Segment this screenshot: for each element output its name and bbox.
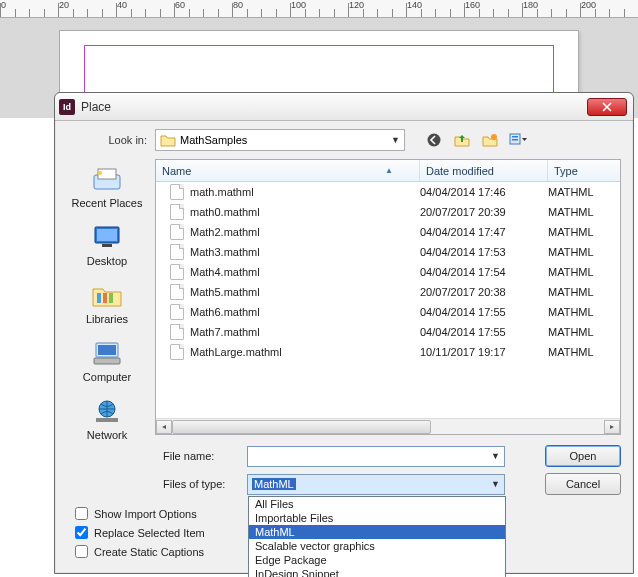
filetype-value: MathML — [252, 478, 296, 490]
back-icon — [426, 132, 442, 148]
file-icon — [170, 204, 184, 220]
file-row[interactable]: Math6.mathml04/04/2014 17:55MATHML — [156, 302, 620, 322]
filetype-option[interactable]: Scalable vector graphics — [249, 539, 505, 553]
file-row[interactable]: Math4.mathml04/04/2014 17:54MATHML — [156, 262, 620, 282]
file-type: MATHML — [548, 346, 614, 358]
checkbox-input[interactable] — [75, 545, 88, 558]
svg-rect-3 — [512, 136, 518, 138]
place-computer[interactable]: Computer — [83, 335, 131, 393]
ruler-label: 80 — [233, 0, 243, 10]
titlebar[interactable]: Id Place — [55, 93, 633, 121]
file-date: 04/04/2014 17:46 — [420, 186, 548, 198]
file-row[interactable]: Math2.mathml04/04/2014 17:47MATHML — [156, 222, 620, 242]
horizontal-scrollbar[interactable]: ◂ ▸ — [156, 418, 620, 434]
chevron-down-icon: ▼ — [391, 135, 400, 145]
file-icon — [170, 304, 184, 320]
place-libraries[interactable]: Libraries — [86, 277, 128, 335]
look-in-label: Look in: — [67, 134, 147, 146]
file-date: 04/04/2014 17:47 — [420, 226, 548, 238]
ruler-label: 20 — [59, 0, 69, 10]
sort-ascending-icon: ▲ — [385, 166, 413, 175]
checkbox-input[interactable] — [75, 526, 88, 539]
libraries-icon — [90, 281, 124, 311]
svg-rect-15 — [98, 345, 116, 355]
file-icon — [170, 324, 184, 340]
close-icon — [602, 102, 612, 112]
svg-rect-10 — [102, 244, 112, 247]
column-name[interactable]: Name▲ — [156, 160, 420, 181]
place-label: Desktop — [87, 255, 127, 267]
file-row[interactable]: math.mathml04/04/2014 17:46MATHML — [156, 182, 620, 202]
file-row[interactable]: Math7.mathml04/04/2014 17:55MATHML — [156, 322, 620, 342]
views-icon — [509, 132, 527, 148]
file-type: MATHML — [548, 226, 614, 238]
place-label: Computer — [83, 371, 131, 383]
ruler-label: 0 — [1, 0, 6, 10]
filetype-option[interactable]: InDesign Snippet — [249, 567, 505, 578]
filetype-combo[interactable]: MathML ▼ All FilesImportable FilesMathML… — [247, 474, 505, 495]
checkbox-input[interactable] — [75, 507, 88, 520]
file-type: MATHML — [548, 246, 614, 258]
checkbox-label: Create Static Captions — [94, 546, 204, 558]
file-row[interactable]: Math3.mathml04/04/2014 17:53MATHML — [156, 242, 620, 262]
column-headers[interactable]: Name▲ Date modified Type — [156, 160, 620, 182]
file-name: Math6.mathml — [190, 306, 420, 318]
file-row[interactable]: MathLarge.mathml10/11/2017 19:17MATHML — [156, 342, 620, 362]
chevron-down-icon: ▼ — [491, 451, 500, 461]
file-name: Math2.mathml — [190, 226, 420, 238]
look-in-combo[interactable]: MathSamples ▼ — [155, 129, 405, 151]
up-one-level-button[interactable] — [451, 129, 473, 151]
desktop-icon — [90, 223, 124, 253]
checkbox-label: Replace Selected Item — [94, 527, 205, 539]
filename-combo[interactable]: ▼ — [247, 446, 505, 467]
file-name: math0.mathml — [190, 206, 420, 218]
file-name: Math4.mathml — [190, 266, 420, 278]
new-folder-button[interactable] — [479, 129, 501, 151]
file-icon — [170, 284, 184, 300]
filetype-option[interactable]: MathML — [249, 525, 505, 539]
svg-rect-9 — [97, 229, 117, 241]
place-dialog: Id Place Look in: MathSamples ▼ — [54, 92, 634, 574]
filetype-option[interactable]: Importable Files — [249, 511, 505, 525]
file-list[interactable]: Name▲ Date modified Type math.mathml04/0… — [155, 159, 621, 435]
place-recent[interactable]: Recent Places — [72, 161, 143, 219]
close-button[interactable] — [587, 98, 627, 116]
file-row[interactable]: math0.mathml20/07/2017 20:39MATHML — [156, 202, 620, 222]
places-bar: Recent PlacesDesktopLibrariesComputerNet… — [67, 159, 147, 501]
network-icon — [90, 397, 124, 427]
up-folder-icon — [454, 132, 470, 148]
cancel-button[interactable]: Cancel — [545, 473, 621, 495]
dialog-title: Place — [81, 100, 587, 114]
file-type: MATHML — [548, 266, 614, 278]
back-button[interactable] — [423, 129, 445, 151]
svg-rect-4 — [512, 139, 518, 141]
scrollbar-thumb[interactable] — [172, 420, 431, 434]
file-type: MATHML — [548, 326, 614, 338]
filetype-label: Files of type: — [155, 478, 241, 490]
open-button[interactable]: Open — [545, 445, 621, 467]
file-date: 20/07/2017 20:38 — [420, 286, 548, 298]
file-date: 04/04/2014 17:55 — [420, 326, 548, 338]
column-date[interactable]: Date modified — [420, 160, 548, 181]
scroll-right-button[interactable]: ▸ — [604, 420, 620, 434]
ruler-label: 60 — [175, 0, 185, 10]
scroll-left-button[interactable]: ◂ — [156, 420, 172, 434]
views-menu-button[interactable] — [507, 129, 529, 151]
file-name: Math5.mathml — [190, 286, 420, 298]
file-date: 10/11/2017 19:17 — [420, 346, 548, 358]
filetype-option[interactable]: Edge Package — [249, 553, 505, 567]
file-icon — [170, 244, 184, 260]
svg-rect-13 — [109, 293, 113, 303]
app-icon: Id — [59, 99, 75, 115]
file-name: MathLarge.mathml — [190, 346, 420, 358]
place-network[interactable]: Network — [87, 393, 127, 451]
file-row[interactable]: Math5.mathml20/07/2017 20:38MATHML — [156, 282, 620, 302]
file-name: math.mathml — [190, 186, 420, 198]
file-type: MATHML — [548, 206, 614, 218]
filetype-dropdown[interactable]: All FilesImportable FilesMathMLScalable … — [248, 496, 506, 578]
checkbox-label: Show Import Options — [94, 508, 197, 520]
filetype-option[interactable]: All Files — [249, 497, 505, 511]
column-type[interactable]: Type — [548, 160, 620, 181]
scrollbar-track[interactable] — [172, 420, 604, 434]
place-desktop[interactable]: Desktop — [87, 219, 127, 277]
